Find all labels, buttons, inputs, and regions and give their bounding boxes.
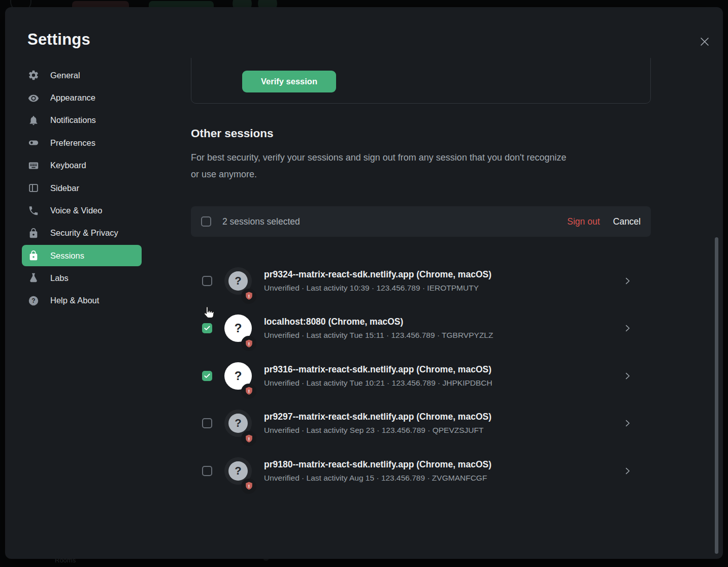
sidebar-item-labs[interactable]: Labs — [22, 267, 142, 289]
session-row[interactable]: ? ! pr9324--matrix-react-sdk.netlify.app… — [191, 257, 651, 305]
session-details: Unverified · Last activity Sep 23 · 123.… — [264, 426, 491, 435]
chevron-right-icon[interactable] — [622, 371, 633, 381]
other-sessions-heading: Other sessions — [191, 127, 274, 140]
lock-icon — [27, 249, 40, 262]
sidebar-item-voice-video[interactable]: Voice & Video — [22, 199, 142, 222]
session-details: Unverified · Last activity Tue 15:11 · 1… — [264, 331, 493, 340]
help-icon: ? — [27, 295, 40, 307]
gear-icon — [27, 69, 40, 81]
sidebar-item-sidebar[interactable]: Sidebar — [22, 177, 142, 199]
svg-text:!: ! — [248, 388, 249, 394]
toggle-icon — [27, 137, 40, 149]
unknown-device-icon: ? — [228, 271, 248, 291]
settings-dialog: Settings General Appearance Notification… — [5, 7, 723, 559]
unverified-shield-icon: ! — [241, 289, 256, 304]
chevron-right-icon[interactable] — [622, 418, 633, 428]
sidebar-item-help-about[interactable]: ? Help & About — [22, 290, 142, 312]
unknown-device-icon: ? — [228, 414, 248, 433]
select-all-checkbox[interactable] — [201, 216, 211, 227]
settings-content: Verify session Other sessions For best s… — [191, 7, 651, 559]
session-row[interactable]: ? ! pr9180--matrix-react-sdk.netlify.app… — [191, 447, 651, 495]
session-avatar: ? ! — [224, 410, 252, 437]
selection-bar: 2 sessions selected Sign out Cancel — [191, 206, 651, 237]
eye-icon — [27, 92, 40, 104]
sidebar-item-preferences[interactable]: Preferences — [22, 132, 142, 154]
sidebar-item-general[interactable]: General — [22, 64, 142, 86]
session-row[interactable]: ? ! localhost:8080 (Chrome, macOS) Unver… — [191, 305, 651, 353]
verify-session-button[interactable]: Verify session — [242, 71, 336, 92]
screen: Rooms Settings General Appearance Notifi… — [0, 0, 728, 567]
session-details: Unverified · Last activity Aug 15 · 123.… — [264, 474, 491, 483]
session-name: pr9316--matrix-react-sdk.netlify.app (Ch… — [264, 364, 492, 375]
scrollbar[interactable] — [715, 237, 718, 554]
lock-icon — [27, 227, 40, 239]
session-name: localhost:8080 (Chrome, macOS) — [264, 317, 493, 327]
session-avatar: ? ! — [224, 314, 252, 342]
session-checkbox[interactable] — [202, 276, 212, 286]
current-session-card: Verify session — [191, 58, 651, 104]
close-icon — [699, 36, 710, 47]
current-session-card-clip: Verify session — [191, 58, 651, 104]
session-checkbox[interactable] — [202, 466, 212, 476]
svg-text:!: ! — [248, 341, 249, 346]
unverified-shield-icon: ! — [241, 431, 256, 446]
session-checkbox[interactable] — [202, 418, 212, 428]
sidebar-item-security-privacy[interactable]: Security & Privacy — [22, 222, 142, 244]
session-list: ? ! pr9324--matrix-react-sdk.netlify.app… — [191, 257, 651, 495]
session-name: pr9297--matrix-react-sdk.netlify.app (Ch… — [264, 412, 491, 422]
flask-icon — [27, 272, 40, 284]
sidebar-item-appearance[interactable]: Appearance — [22, 86, 142, 109]
cancel-button[interactable]: Cancel — [613, 216, 641, 227]
session-name: pr9324--matrix-react-sdk.netlify.app (Ch… — [264, 269, 491, 280]
session-checkbox[interactable] — [202, 323, 212, 333]
chevron-right-icon[interactable] — [622, 276, 633, 286]
unverified-shield-icon: ! — [241, 479, 256, 494]
page-title: Settings — [27, 30, 90, 49]
session-details: Unverified · Last activity 10:39 · 123.4… — [264, 284, 491, 293]
sidebar-item-keyboard[interactable]: Keyboard — [22, 154, 142, 177]
chevron-right-icon[interactable] — [622, 466, 633, 476]
keyboard-icon — [27, 160, 40, 172]
unknown-device-icon: ? — [228, 319, 248, 338]
unverified-shield-icon: ! — [241, 384, 256, 399]
svg-text:!: ! — [248, 436, 249, 442]
svg-text:!: ! — [248, 483, 249, 489]
close-button[interactable] — [696, 33, 714, 51]
session-avatar: ? ! — [224, 457, 252, 485]
phone-icon — [27, 205, 40, 217]
unverified-shield-icon: ! — [241, 336, 256, 351]
svg-text:?: ? — [31, 297, 35, 304]
bell-icon — [27, 114, 40, 127]
chevron-right-icon[interactable] — [622, 323, 633, 333]
session-row[interactable]: ? ! pr9316--matrix-react-sdk.netlify.app… — [191, 352, 651, 400]
svg-text:!: ! — [248, 293, 249, 299]
session-checkbox[interactable] — [202, 371, 212, 381]
session-row[interactable]: ? ! pr9297--matrix-react-sdk.netlify.app… — [191, 400, 651, 448]
selection-count: 2 sessions selected — [222, 216, 300, 227]
sidebar-item-sessions[interactable]: Sessions — [22, 245, 142, 266]
other-sessions-description: For best security, verify your sessions … — [191, 149, 577, 183]
session-avatar: ? ! — [224, 267, 252, 295]
settings-sidebar: General Appearance Notifications Prefere… — [22, 64, 142, 312]
session-name: pr9180--matrix-react-sdk.netlify.app (Ch… — [264, 459, 491, 470]
sidebar-item-notifications[interactable]: Notifications — [22, 109, 142, 132]
unknown-device-icon: ? — [228, 461, 248, 481]
sign-out-button[interactable]: Sign out — [567, 216, 600, 227]
session-avatar: ? ! — [224, 362, 252, 390]
unknown-device-icon: ? — [228, 366, 248, 386]
sidebar-icon — [27, 182, 40, 194]
session-details: Unverified · Last activity Tue 10:21 · 1… — [264, 379, 492, 388]
